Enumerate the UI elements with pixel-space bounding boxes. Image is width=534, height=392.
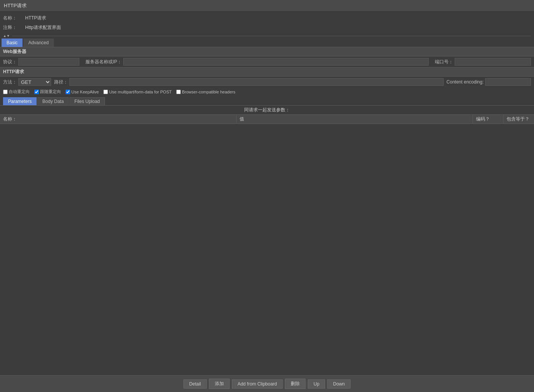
up-button[interactable]: Up (308, 379, 325, 389)
title-bar: HTTP请求 (0, 0, 534, 12)
col-encode: 编码？ (473, 115, 503, 124)
sub-tab-parameters[interactable]: Parameters (3, 97, 37, 105)
encoding-label: Content encoding: (447, 79, 484, 85)
tab-basic[interactable]: Basic (2, 39, 23, 47)
param-col-headers: 名称： 值 编码？ 包含等于？ (0, 115, 534, 124)
bottom-toolbar: Detail 添加 Add from Clipboard 删除 Up Down (0, 375, 534, 392)
form-area: 名称： HTTP请求 注释： Http请求配置界面 (0, 12, 534, 34)
method-select[interactable]: GET POST PUT DELETE HEAD OPTIONS PATCH (18, 78, 51, 86)
protocol-input[interactable] (18, 58, 79, 66)
detail-button[interactable]: Detail (183, 379, 207, 389)
port-label: 端口号： (435, 59, 453, 65)
http-config-row: 方法： GET POST PUT DELETE HEAD OPTIONS PAT… (0, 77, 534, 87)
comment-row: 注释： Http请求配置界面 (3, 23, 531, 32)
window-title: HTTP请求 (4, 3, 27, 8)
col-equals: 包含等于？ (503, 115, 534, 124)
sub-tabs: Parameters Body Data Files Upload (0, 96, 534, 106)
col-value: 值 (236, 115, 473, 124)
tab-advanced[interactable]: Advanced (23, 39, 53, 47)
browser-headers-checkbox[interactable]: Browser-compatible headers (176, 90, 235, 94)
main-content: Web服务器 协议： 服务器名称或IP： 端口号： HTTP请求 方法： GET… (0, 47, 534, 375)
delete-button[interactable]: 删除 (285, 379, 306, 389)
main-window: HTTP请求 名称： HTTP请求 注释： Http请求配置界面 ▲▼ Basi… (0, 0, 534, 392)
comment-value: Http请求配置界面 (24, 24, 63, 31)
checkbox-row: 自动重定向 跟随重定向 Use KeepAlive Use multipart/… (0, 87, 534, 96)
sub-tab-files-upload[interactable]: Files Upload (69, 97, 105, 105)
name-label: 名称： (3, 15, 22, 21)
server-name-label: 服务器名称或IP： (85, 59, 122, 65)
protocol-label: 协议： (3, 59, 17, 65)
auto-redirect-checkbox[interactable]: 自动重定向 (3, 89, 30, 95)
http-request-section: HTTP请求 (0, 67, 534, 77)
path-input[interactable] (69, 78, 444, 86)
port-input[interactable] (455, 58, 531, 66)
encoding-input[interactable] (485, 78, 531, 86)
down-button[interactable]: Down (327, 379, 351, 389)
server-name-input[interactable] (123, 58, 429, 66)
follow-redirect-checkbox[interactable]: 跟随重定向 (34, 89, 61, 95)
server-config-row: 协议： 服务器名称或IP： 端口号： (0, 56, 534, 67)
multipart-checkbox[interactable]: Use multipart/form-data for POST (103, 90, 172, 94)
collapse-arrow[interactable]: ▲▼ (3, 34, 10, 38)
web-server-section: Web服务器 (0, 47, 534, 56)
add-clipboard-button[interactable]: Add from Clipboard (232, 379, 283, 389)
keepalive-checkbox[interactable]: Use KeepAlive (66, 90, 99, 94)
comment-label: 注释： (3, 24, 22, 31)
main-tabs: Basic Advanced (0, 38, 534, 47)
name-value: HTTP请求 (24, 14, 48, 22)
method-label: 方法： (3, 79, 17, 85)
sub-tab-body-data[interactable]: Body Data (37, 97, 69, 105)
col-name: 名称： (0, 115, 236, 124)
add-button[interactable]: 添加 (209, 379, 230, 389)
path-label: 路径： (54, 79, 68, 85)
params-table-header: 同请求一起发送参数： (0, 106, 534, 115)
name-row: 名称： HTTP请求 (3, 13, 531, 23)
params-content (0, 124, 534, 375)
